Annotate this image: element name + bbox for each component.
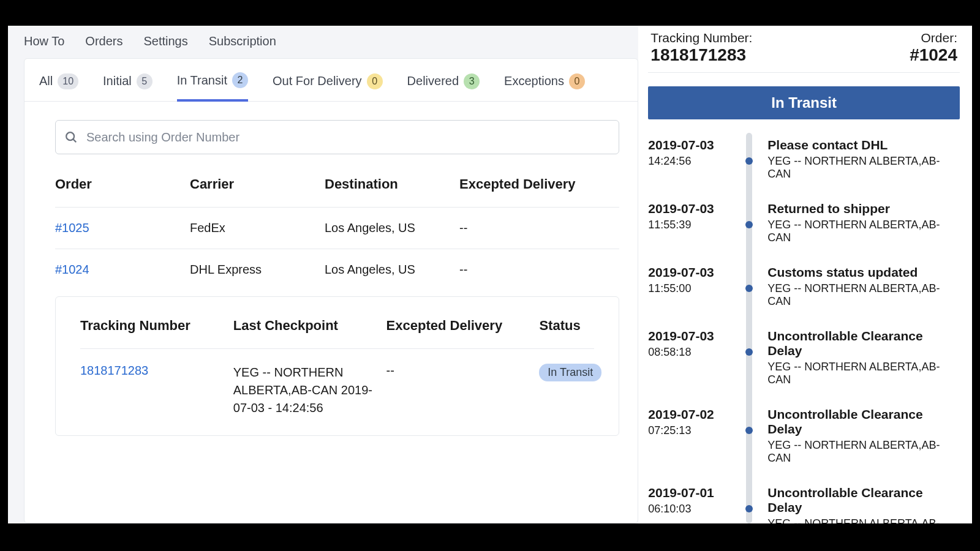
tracking-number-value: 1818171283: [650, 45, 752, 65]
timeline-dot-icon: [745, 285, 753, 292]
event-location: YEG -- NORTHERN ALBERTA,AB-CAN: [767, 282, 960, 308]
tab-initial[interactable]: Initial5: [103, 73, 153, 100]
tab-count-badge: 10: [58, 73, 78, 89]
event-time: 11:55:00: [648, 282, 728, 295]
tab-count-badge: 3: [464, 73, 480, 89]
tab-label: In Transit: [177, 73, 227, 88]
order-label: Order:: [910, 31, 957, 45]
destination-value: Los Angeles, US: [325, 221, 459, 235]
tab-count-badge: 0: [367, 73, 383, 89]
event-title: Uncontrollable Clearance Delay: [767, 329, 960, 358]
tracking-table-header: Tracking Number Last Checkpoint Excepted…: [80, 303, 594, 349]
tracking-detail-card: Tracking Number Last Checkpoint Excepted…: [55, 296, 619, 436]
event-title: Uncontrollable Clearance Delay: [767, 407, 960, 437]
tracking-number-label: Tracking Number:: [650, 31, 752, 45]
tab-count-badge: 0: [569, 73, 585, 89]
col-order: Order: [55, 176, 190, 192]
detail-status-banner: In Transit: [648, 86, 960, 119]
svg-line-1: [74, 140, 77, 143]
event-location: YEG -- NORTHERN ALBERTA,AB-CAN: [767, 517, 960, 523]
event-date: 2019-07-03: [648, 329, 728, 343]
event-date: 2019-07-02: [648, 407, 728, 422]
timeline-dot-icon: [745, 505, 753, 512]
order-link[interactable]: #1025: [55, 221, 89, 234]
timeline-event: 2019-07-0314:24:56Please contact DHLYEG …: [648, 133, 960, 197]
order-value: #1024: [910, 45, 957, 65]
col-last-checkpoint: Last Checkpoint: [233, 318, 386, 334]
event-location: YEG -- NORTHERN ALBERTA,AB-CAN: [767, 439, 960, 465]
tab-out-for-delivery[interactable]: Out For Delivery0: [273, 73, 383, 100]
nav-orders[interactable]: Orders: [85, 34, 123, 48]
event-location: YEG -- NORTHERN ALBERTA,AB-CAN: [767, 219, 960, 244]
timeline: 2019-07-0314:24:56Please contact DHLYEG …: [648, 133, 960, 523]
col-status: Status: [539, 318, 594, 334]
status-chip: In Transit: [539, 364, 601, 381]
col-tracking-number: Tracking Number: [80, 318, 233, 334]
event-location: YEG -- NORTHERN ALBERTA,AB-CAN: [767, 361, 960, 386]
tab-label: All: [39, 74, 53, 88]
col-destination: Destination: [325, 176, 459, 192]
event-title: Customs status updated: [767, 265, 960, 280]
orders-panel: All10Initial5In Transit2Out For Delivery…: [24, 58, 638, 523]
tab-label: Exceptions: [504, 74, 564, 88]
order-row: #1025FedExLos Angeles, US--: [55, 207, 619, 249]
tracking-row: 1818171283 YEG -- NORTHERN ALBERTA,AB-CA…: [80, 349, 594, 417]
search-box[interactable]: [55, 120, 619, 154]
nav-subscription[interactable]: Subscription: [209, 34, 276, 48]
col-expected: Excepted Delivery: [459, 176, 582, 192]
event-date: 2019-07-01: [648, 485, 728, 500]
timeline-dot-icon: [745, 157, 753, 165]
timeline-event: 2019-07-0311:55:39Returned to shipperYEG…: [648, 197, 960, 260]
event-time: 11:55:39: [648, 219, 728, 231]
event-time: 07:25:13: [648, 424, 728, 437]
event-time: 06:10:03: [648, 503, 728, 515]
tab-label: Delivered: [407, 74, 459, 88]
search-input[interactable]: [86, 130, 610, 144]
event-date: 2019-07-03: [648, 201, 728, 216]
timeline-event: 2019-07-0311:55:00Customs status updated…: [648, 260, 960, 324]
event-title: Uncontrollable Clearance Delay: [767, 485, 960, 515]
timeline-event: 2019-07-0106:10:03Uncontrollable Clearan…: [648, 481, 960, 523]
top-nav: How To Orders Settings Subscription: [8, 26, 638, 58]
timeline-dot-icon: [745, 427, 753, 434]
timeline-event: 2019-07-0207:25:13Uncontrollable Clearan…: [648, 402, 960, 481]
event-time: 14:24:56: [648, 155, 728, 168]
nav-howto[interactable]: How To: [24, 34, 64, 48]
event-location: YEG -- NORTHERN ALBERTA,AB-CAN: [767, 155, 960, 181]
timeline-event: 2019-07-0308:58:18Uncontrollable Clearan…: [648, 324, 960, 402]
tab-in-transit[interactable]: In Transit2: [177, 72, 248, 102]
tab-delivered[interactable]: Delivered3: [407, 73, 480, 100]
tracking-number-link[interactable]: 1818171283: [80, 364, 148, 377]
order-link[interactable]: #1024: [55, 263, 89, 276]
nav-settings[interactable]: Settings: [143, 34, 187, 48]
carrier-value: DHL Express: [190, 263, 325, 277]
carrier-value: FedEx: [190, 221, 325, 235]
detail-header: Tracking Number: 1818171283 Order: #1024: [648, 26, 960, 73]
tab-count-badge: 5: [137, 73, 153, 89]
excepted-delivery-value: --: [386, 364, 540, 417]
event-time: 08:58:18: [648, 346, 728, 359]
tab-exceptions[interactable]: Exceptions0: [504, 73, 585, 100]
col-carrier: Carrier: [190, 176, 325, 192]
tab-count-badge: 2: [232, 72, 248, 88]
destination-value: Los Angeles, US: [325, 263, 459, 277]
last-checkpoint-value: YEG -- NORTHERN ALBERTA,AB-CAN 2019-07-0…: [233, 364, 386, 417]
order-row: #1024DHL ExpressLos Angeles, US--: [55, 249, 619, 290]
svg-point-0: [66, 132, 74, 140]
event-date: 2019-07-03: [648, 138, 728, 152]
col-excepted-delivery: Excepted Delivery: [386, 318, 540, 334]
tab-label: Out For Delivery: [273, 74, 362, 88]
detail-sidebar: Tracking Number: 1818171283 Order: #1024…: [638, 26, 972, 523]
search-icon: [64, 130, 78, 144]
event-title: Please contact DHL: [767, 138, 960, 152]
event-date: 2019-07-03: [648, 265, 728, 280]
timeline-dot-icon: [745, 348, 753, 356]
expected-value: --: [459, 263, 582, 277]
orders-table-header: Order Carrier Destination Excepted Deliv…: [55, 154, 619, 207]
timeline-dot-icon: [745, 221, 753, 228]
expected-value: --: [459, 221, 582, 235]
tab-all[interactable]: All10: [39, 73, 78, 100]
status-tabs: All10Initial5In Transit2Out For Delivery…: [24, 59, 638, 102]
tab-label: Initial: [103, 74, 132, 88]
event-title: Returned to shipper: [767, 201, 960, 216]
